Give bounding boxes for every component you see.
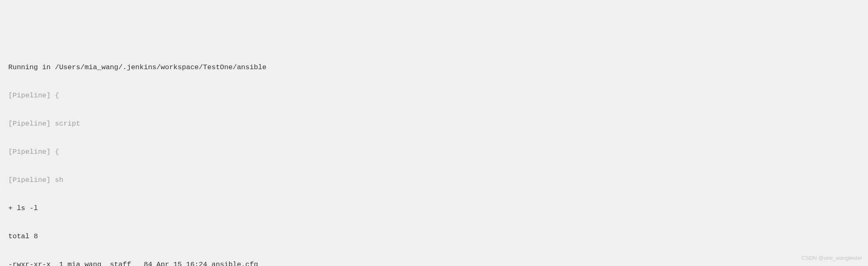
pipeline-cmd: sh [51, 176, 63, 184]
console-line-ls: + ls -l [8, 201, 860, 215]
console-line-pipeline-script: [Pipeline] script [8, 117, 860, 131]
console-line-pipeline-sh1: [Pipeline] sh [8, 173, 860, 187]
console-line-file-cfg: -rwxr-xr-x 1 mia_wang staff 84 Apr 15 16… [8, 258, 860, 266]
pipeline-tag: [Pipeline] [8, 148, 51, 156]
pipeline-tag: [Pipeline] [8, 92, 51, 99]
console-line-total: total 8 [8, 230, 860, 244]
watermark: CSDN @one_wangtester [802, 253, 862, 264]
pipeline-cmd: { [51, 92, 59, 99]
console-line-running: Running in /Users/mia_wang/.jenkins/work… [8, 60, 860, 75]
pipeline-cmd: { [51, 148, 59, 156]
console-line-pipeline-open2: [Pipeline] { [8, 145, 860, 159]
pipeline-tag: [Pipeline] [8, 120, 51, 128]
pipeline-cmd: script [51, 120, 80, 128]
pipeline-tag: [Pipeline] [8, 176, 51, 184]
console-line-pipeline-open1: [Pipeline] { [8, 89, 860, 103]
